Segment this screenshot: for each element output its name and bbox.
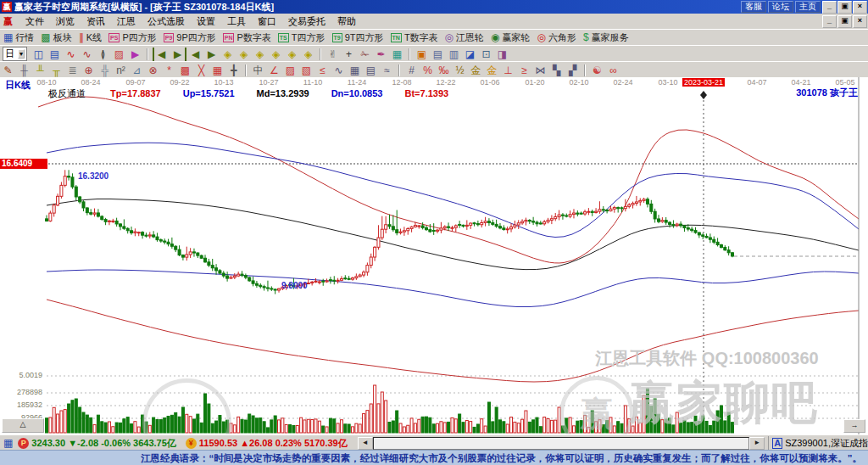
scissors-icon[interactable]: ✁ [358, 48, 372, 61]
star-ray-icon[interactable]: * [162, 64, 176, 77]
matrix-icon[interactable]: ▦ [210, 64, 225, 77]
hash-grid-icon[interactable]: # [404, 64, 419, 77]
calculator-icon[interactable]: ▤ [431, 48, 445, 61]
calendar-icon[interactable]: ▣ [415, 48, 429, 61]
gann-box-icon[interactable]: ╥ [49, 64, 64, 77]
square-of-nine-icon[interactable]: n² [114, 64, 128, 77]
scrollbar-right-arrow[interactable]: ► [749, 437, 765, 450]
title-link-主页[interactable]: 主页 [795, 1, 821, 13]
toolbar-button-K线[interactable]: ∥K线 [75, 31, 105, 45]
menu-item-浏览[interactable]: 浏览 [50, 14, 81, 28]
window-layout-icon[interactable]: ◫ [31, 48, 46, 61]
first-page-icon[interactable]: ◀ [153, 48, 169, 61]
toolbar-button-T四方形[interactable]: TST四方形 [275, 31, 329, 45]
gann-marker-icon[interactable]: ◈ [269, 48, 283, 61]
menu-item-公式选股[interactable]: 公式选股 [142, 14, 191, 28]
restore-button[interactable]: ▣ [837, 1, 852, 14]
circle-cycle-icon[interactable]: ⊕ [81, 64, 96, 77]
menu-item-设置[interactable]: 设置 [191, 14, 221, 28]
shanghai-index-icon[interactable]: P [18, 438, 29, 449]
vertical-tool-icon[interactable]: ⊥ [501, 64, 515, 77]
candle-style-icon[interactable]: ≬ [96, 48, 110, 61]
calendar-grid-icon[interactable]: ▦ [348, 64, 362, 77]
expand-panel-button[interactable]: △ [2, 418, 44, 433]
cross-lines-icon[interactable]: ╳ [194, 64, 209, 77]
toolbar-button-行情[interactable]: ▦行情 [0, 31, 37, 45]
price-grid-icon[interactable]: ▩ [178, 64, 192, 77]
triangle-tool-icon[interactable]: ⊿ [130, 64, 144, 77]
toolbar-button-赢家轮[interactable]: ◉赢家轮 [487, 31, 533, 45]
golden-ratio-icon[interactable]: 金 [469, 64, 483, 77]
menu-item-窗口[interactable]: 窗口 [252, 14, 282, 28]
taiji-ball-icon[interactable]: ☯ [590, 64, 604, 77]
hand-drag-icon[interactable]: ✌ [326, 48, 340, 61]
index-quote-text[interactable]: 3243.30 ▼-2.08 -0.06% 3643.75亿 [31, 437, 176, 450]
plus-grid-icon[interactable]: ╋ [226, 64, 241, 77]
scrollbar-track[interactable] [373, 437, 750, 450]
last-page-icon[interactable]: ▶ [170, 48, 186, 61]
stamp-icon[interactable]: ✒ [374, 48, 388, 61]
period-dropdown[interactable]: 日▾ [3, 47, 27, 61]
snapshot-icon[interactable]: ◨ [495, 48, 509, 61]
document-icon[interactable]: ▤ [47, 48, 62, 61]
title-link-论坛[interactable]: 论坛 [768, 1, 793, 13]
doc-minimize-button[interactable]: _ [822, 15, 837, 28]
minimize-button[interactable]: _ [822, 1, 837, 14]
shaded-box-icon[interactable]: ▨ [283, 64, 298, 77]
scrollbar-left-arrow[interactable]: ◄ [358, 437, 373, 450]
pencil-draw-icon[interactable]: ✎ [1, 64, 15, 77]
menu-item-帮助[interactable]: 帮助 [331, 14, 362, 28]
toolbar-button-江恩轮[interactable]: ◎江恩轮 [442, 31, 487, 45]
shenzhen-index-icon[interactable]: ¥ [186, 438, 197, 449]
chart-area[interactable]: 日K线 08-1008-2409-0709-2210-1310-2711-101… [0, 77, 868, 435]
gann-marker-icon[interactable]: ◈ [301, 48, 315, 61]
doc-close-button[interactable]: × [853, 15, 867, 28]
center-line-icon[interactable]: 中 [251, 64, 265, 77]
half-ratio-icon[interactable]: ½ [453, 64, 467, 77]
wave-chart-icon[interactable]: ∿ [80, 48, 94, 61]
toolbar-button-六角形[interactable]: ◎六角形 [534, 31, 580, 45]
menu-item-工具[interactable]: 工具 [221, 14, 252, 28]
permille-icon[interactable]: ‰ [437, 64, 451, 77]
toolbar-button-赢家服务[interactable]: $赢家服务 [580, 31, 632, 45]
index-quote-text[interactable]: 11590.53 ▲26.08 0.23% 5170.39亿 [199, 437, 348, 450]
gann-marker-icon[interactable]: ◈ [285, 48, 299, 61]
menu-item-交易委托[interactable]: 交易委托 [282, 14, 331, 28]
golden-section-icon[interactable]: 金 [485, 64, 499, 77]
next-icon[interactable]: ▶ [204, 48, 219, 61]
infinity-icon[interactable]: ∞ [606, 64, 620, 77]
gann-grid-icon[interactable]: ╫ [17, 64, 31, 77]
prev-icon[interactable]: ◀ [188, 48, 203, 61]
band-grid-icon[interactable]: ▤ [364, 64, 378, 77]
lines-icon[interactable]: ≣ [65, 64, 80, 77]
bowtie-tool-icon[interactable]: ⋈ [533, 64, 548, 77]
percent-retrace-icon[interactable]: % [420, 64, 435, 77]
title-link-客服[interactable]: 客服 [741, 1, 766, 13]
quote-table-icon[interactable]: ▦ [3, 437, 13, 449]
toolbar-button-9P四方形[interactable]: P99P四方形 [160, 31, 220, 45]
toolbar-button-板块[interactable]: ▩板块 [37, 31, 75, 45]
slope-tool-icon[interactable]: ≥ [517, 64, 531, 77]
toolbar-button-T数字表[interactable]: TNT数字表 [387, 31, 442, 45]
gann-marker-icon[interactable]: ◈ [236, 48, 251, 61]
grid-cross-icon[interactable]: ╬ [97, 64, 112, 77]
close-button[interactable]: × [853, 1, 867, 14]
time-circle-icon[interactable]: ⊗ [146, 64, 160, 77]
scroll-right-button[interactable]: → [843, 419, 865, 433]
trend-chart-icon[interactable]: ∿ [64, 48, 78, 61]
angle-fan-icon[interactable]: ∠ [267, 64, 281, 77]
crosshair-icon[interactable]: + [342, 48, 356, 61]
toolbar-button-P四方形[interactable]: PSP四方形 [105, 31, 160, 45]
hatch-box-icon[interactable]: ▧ [299, 64, 314, 77]
toolbar-button-P数字表[interactable]: PNP数字表 [220, 31, 275, 45]
cycle-wave-icon[interactable]: ∿ [331, 64, 346, 77]
diag-grid2-icon[interactable]: ▞ [565, 64, 580, 77]
export-icon[interactable]: ⊡ [479, 48, 493, 61]
play-analysis-icon[interactable]: ▶ [128, 48, 142, 61]
horizontal-scrollbar[interactable]: ◄ ► [358, 437, 765, 449]
menu-item-文件[interactable]: 文件 [19, 14, 50, 28]
diag-grid-icon[interactable]: ▚ [549, 64, 564, 77]
gann-marker-icon[interactable]: ◈ [253, 48, 267, 61]
kline-pattern-icon[interactable]: ▨ [112, 48, 126, 61]
angle-tool-icon[interactable]: ≤ [315, 64, 330, 77]
